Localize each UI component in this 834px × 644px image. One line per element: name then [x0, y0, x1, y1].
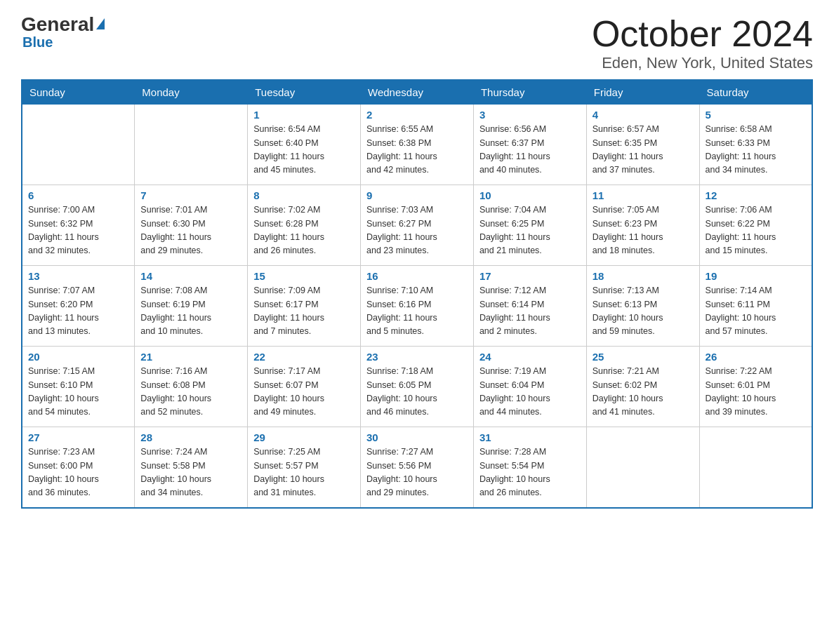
- day-info: Sunrise: 7:13 AM Sunset: 6:13 PM Dayligh…: [593, 284, 694, 339]
- day-number: 16: [366, 270, 468, 282]
- day-info: Sunrise: 7:03 AM Sunset: 6:27 PM Dayligh…: [366, 203, 468, 258]
- day-info: Sunrise: 7:05 AM Sunset: 6:23 PM Dayligh…: [593, 203, 694, 258]
- calendar-cell: [135, 105, 248, 185]
- calendar-cell: 19Sunrise: 7:14 AM Sunset: 6:11 PM Dayli…: [699, 266, 812, 347]
- day-info: Sunrise: 7:17 AM Sunset: 6:07 PM Dayligh…: [253, 365, 355, 420]
- day-number: 31: [479, 431, 581, 443]
- day-info: Sunrise: 7:08 AM Sunset: 6:19 PM Dayligh…: [140, 284, 241, 339]
- day-info: Sunrise: 7:06 AM Sunset: 6:22 PM Dayligh…: [706, 203, 806, 258]
- calendar-cell: 12Sunrise: 7:06 AM Sunset: 6:22 PM Dayli…: [699, 185, 812, 266]
- calendar-column-header: Thursday: [473, 80, 586, 105]
- day-number: 18: [593, 270, 694, 282]
- calendar-cell: 31Sunrise: 7:28 AM Sunset: 5:54 PM Dayli…: [473, 427, 586, 508]
- day-info: Sunrise: 7:09 AM Sunset: 6:17 PM Dayligh…: [253, 284, 355, 339]
- day-number: 17: [479, 270, 581, 282]
- day-number: 9: [366, 189, 468, 201]
- day-number: 4: [593, 109, 694, 121]
- logo-triangle-icon: [96, 18, 105, 29]
- day-info: Sunrise: 6:56 AM Sunset: 6:37 PM Dayligh…: [479, 123, 581, 177]
- day-number: 23: [366, 351, 468, 363]
- calendar-week-row: 1Sunrise: 6:54 AM Sunset: 6:40 PM Daylig…: [22, 105, 812, 185]
- calendar-header-row: SundayMondayTuesdayWednesdayThursdayFrid…: [22, 80, 812, 105]
- calendar-cell: 27Sunrise: 7:23 AM Sunset: 6:00 PM Dayli…: [22, 427, 135, 508]
- calendar-cell: 24Sunrise: 7:19 AM Sunset: 6:04 PM Dayli…: [473, 347, 586, 427]
- day-info: Sunrise: 7:28 AM Sunset: 5:54 PM Dayligh…: [479, 445, 581, 500]
- logo-text: General: [21, 14, 105, 36]
- logo-general-text: General: [21, 14, 94, 36]
- calendar-cell: 21Sunrise: 7:16 AM Sunset: 6:08 PM Dayli…: [135, 347, 248, 427]
- calendar-cell: 7Sunrise: 7:01 AM Sunset: 6:30 PM Daylig…: [135, 185, 248, 266]
- day-number: 7: [140, 189, 241, 201]
- calendar-cell: 5Sunrise: 6:58 AM Sunset: 6:33 PM Daylig…: [699, 105, 812, 185]
- calendar-cell: 11Sunrise: 7:05 AM Sunset: 6:23 PM Dayli…: [586, 185, 699, 266]
- calendar-cell: 25Sunrise: 7:21 AM Sunset: 6:02 PM Dayli…: [586, 347, 699, 427]
- day-info: Sunrise: 7:04 AM Sunset: 6:25 PM Dayligh…: [479, 203, 581, 258]
- day-info: Sunrise: 6:58 AM Sunset: 6:33 PM Dayligh…: [706, 123, 806, 177]
- day-number: 10: [479, 189, 581, 201]
- day-number: 3: [479, 109, 581, 121]
- calendar-body: 1Sunrise: 6:54 AM Sunset: 6:40 PM Daylig…: [22, 105, 812, 508]
- calendar-cell: 6Sunrise: 7:00 AM Sunset: 6:32 PM Daylig…: [22, 185, 135, 266]
- day-number: 5: [706, 109, 806, 121]
- calendar-cell: [22, 105, 135, 185]
- day-info: Sunrise: 7:19 AM Sunset: 6:04 PM Dayligh…: [479, 365, 581, 420]
- calendar-cell: 30Sunrise: 7:27 AM Sunset: 5:56 PM Dayli…: [361, 427, 474, 508]
- calendar-cell: 23Sunrise: 7:18 AM Sunset: 6:05 PM Dayli…: [361, 347, 474, 427]
- day-info: Sunrise: 7:18 AM Sunset: 6:05 PM Dayligh…: [366, 365, 468, 420]
- day-number: 21: [140, 351, 241, 363]
- day-number: 22: [253, 351, 355, 363]
- day-number: 12: [706, 189, 806, 201]
- day-number: 26: [706, 351, 806, 363]
- page-header: General Blue October 2024 Eden, New York…: [21, 14, 813, 72]
- calendar-table: SundayMondayTuesdayWednesdayThursdayFrid…: [21, 79, 813, 509]
- calendar-cell: 22Sunrise: 7:17 AM Sunset: 6:07 PM Dayli…: [248, 347, 361, 427]
- calendar-week-row: 13Sunrise: 7:07 AM Sunset: 6:20 PM Dayli…: [22, 266, 812, 347]
- day-info: Sunrise: 7:02 AM Sunset: 6:28 PM Dayligh…: [253, 203, 355, 258]
- day-info: Sunrise: 7:22 AM Sunset: 6:01 PM Dayligh…: [706, 365, 806, 420]
- calendar-column-header: Sunday: [22, 80, 135, 105]
- logo: General Blue: [21, 14, 105, 51]
- calendar-column-header: Tuesday: [248, 80, 361, 105]
- calendar-cell: 28Sunrise: 7:24 AM Sunset: 5:58 PM Dayli…: [135, 427, 248, 508]
- page-title: October 2024: [592, 14, 813, 54]
- calendar-cell: 1Sunrise: 6:54 AM Sunset: 6:40 PM Daylig…: [248, 105, 361, 185]
- day-info: Sunrise: 7:15 AM Sunset: 6:10 PM Dayligh…: [28, 365, 128, 420]
- calendar-column-header: Monday: [135, 80, 248, 105]
- calendar-cell: 8Sunrise: 7:02 AM Sunset: 6:28 PM Daylig…: [248, 185, 361, 266]
- calendar-cell: 18Sunrise: 7:13 AM Sunset: 6:13 PM Dayli…: [586, 266, 699, 347]
- day-info: Sunrise: 7:12 AM Sunset: 6:14 PM Dayligh…: [479, 284, 581, 339]
- calendar-cell: [699, 427, 812, 508]
- calendar-cell: 29Sunrise: 7:25 AM Sunset: 5:57 PM Dayli…: [248, 427, 361, 508]
- day-number: 13: [28, 270, 128, 282]
- day-number: 24: [479, 351, 581, 363]
- page-subtitle: Eden, New York, United States: [592, 54, 813, 72]
- calendar-column-header: Saturday: [699, 80, 812, 105]
- day-number: 6: [28, 189, 128, 201]
- logo-blue-text: Blue: [22, 34, 53, 51]
- calendar-week-row: 27Sunrise: 7:23 AM Sunset: 6:00 PM Dayli…: [22, 427, 812, 508]
- calendar-cell: 10Sunrise: 7:04 AM Sunset: 6:25 PM Dayli…: [473, 185, 586, 266]
- day-info: Sunrise: 6:55 AM Sunset: 6:38 PM Dayligh…: [366, 123, 468, 177]
- day-number: 19: [706, 270, 806, 282]
- day-number: 15: [253, 270, 355, 282]
- day-number: 8: [253, 189, 355, 201]
- calendar-cell: 14Sunrise: 7:08 AM Sunset: 6:19 PM Dayli…: [135, 266, 248, 347]
- calendar-cell: 16Sunrise: 7:10 AM Sunset: 6:16 PM Dayli…: [361, 266, 474, 347]
- day-info: Sunrise: 7:00 AM Sunset: 6:32 PM Dayligh…: [28, 203, 128, 258]
- day-info: Sunrise: 6:54 AM Sunset: 6:40 PM Dayligh…: [253, 123, 355, 177]
- day-number: 2: [366, 109, 468, 121]
- calendar-cell: 3Sunrise: 6:56 AM Sunset: 6:37 PM Daylig…: [473, 105, 586, 185]
- day-info: Sunrise: 7:07 AM Sunset: 6:20 PM Dayligh…: [28, 284, 128, 339]
- calendar-cell: 4Sunrise: 6:57 AM Sunset: 6:35 PM Daylig…: [586, 105, 699, 185]
- day-number: 11: [593, 189, 694, 201]
- day-info: Sunrise: 7:27 AM Sunset: 5:56 PM Dayligh…: [366, 445, 468, 500]
- day-info: Sunrise: 7:01 AM Sunset: 6:30 PM Dayligh…: [140, 203, 241, 258]
- calendar-week-row: 20Sunrise: 7:15 AM Sunset: 6:10 PM Dayli…: [22, 347, 812, 427]
- title-block: October 2024 Eden, New York, United Stat…: [592, 14, 813, 72]
- calendar-cell: 20Sunrise: 7:15 AM Sunset: 6:10 PM Dayli…: [22, 347, 135, 427]
- day-info: Sunrise: 7:25 AM Sunset: 5:57 PM Dayligh…: [253, 445, 355, 500]
- day-number: 29: [253, 431, 355, 443]
- calendar-cell: 2Sunrise: 6:55 AM Sunset: 6:38 PM Daylig…: [361, 105, 474, 185]
- calendar-cell: [586, 427, 699, 508]
- day-info: Sunrise: 7:23 AM Sunset: 6:00 PM Dayligh…: [28, 445, 128, 500]
